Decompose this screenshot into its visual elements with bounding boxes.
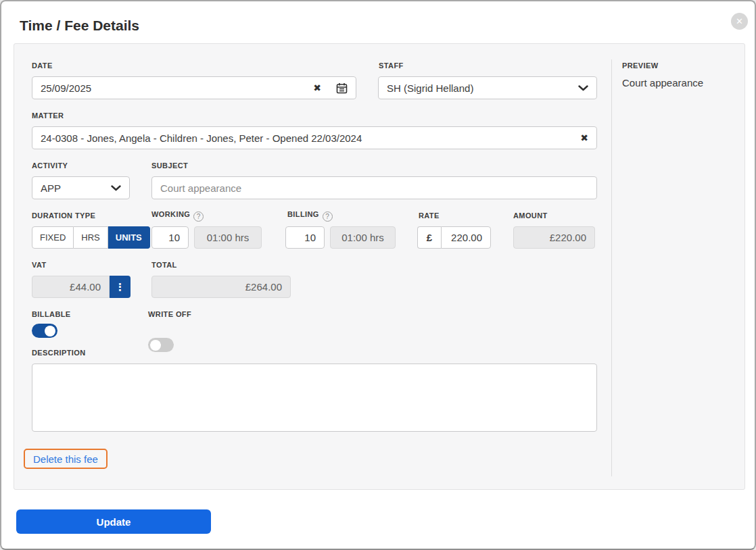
billing-units-value: 10	[304, 232, 316, 243]
chevron-down-icon	[578, 85, 588, 91]
calendar-icon[interactable]	[336, 82, 348, 94]
activity-value: APP	[41, 182, 111, 194]
working-time-readonly: 01:00 hrs	[194, 226, 262, 249]
vat-menu-button[interactable]: ⋮	[110, 276, 131, 298]
chevron-down-icon	[111, 185, 121, 191]
duration-option-fixed[interactable]: FIXED	[32, 226, 74, 249]
preview-text: Court appearance	[622, 77, 703, 89]
toggle-knob	[45, 326, 55, 336]
date-label: DATE	[32, 61, 53, 70]
date-value: 25/09/2025	[41, 82, 313, 94]
write-off-toggle[interactable]	[148, 338, 174, 352]
working-units-input[interactable]: 10	[151, 226, 189, 249]
duration-option-hrs[interactable]: HRS	[74, 226, 108, 249]
modal-title: Time / Fee Details	[20, 18, 139, 34]
help-icon[interactable]: ?	[193, 211, 204, 222]
update-button[interactable]: Update	[16, 509, 211, 534]
billing-label: BILLING?	[287, 210, 333, 222]
close-icon[interactable]: ✕	[731, 13, 748, 30]
help-icon[interactable]: ?	[323, 211, 333, 222]
vat-label: VAT	[32, 261, 47, 269]
subject-value: Court appearance	[160, 182, 588, 194]
staff-value: SH (Sigrid Helland)	[387, 82, 578, 94]
rate-input[interactable]: 220.00	[441, 226, 491, 249]
billing-units-input[interactable]: 10	[285, 226, 325, 249]
activity-label: ACTIVITY	[32, 161, 68, 170]
matter-value: 24-0308 - Jones, Angela - Children - Jon…	[41, 132, 580, 144]
description-textarea[interactable]	[32, 364, 597, 432]
rate-label: RATE	[419, 211, 440, 220]
staff-select[interactable]: SH (Sigrid Helland)	[378, 76, 597, 99]
amount-readonly: £220.00	[513, 226, 595, 249]
matter-clear-icon[interactable]: ✖	[580, 132, 588, 143]
currency-prefix: £	[417, 226, 441, 249]
matter-input[interactable]: 24-0308 - Jones, Angela - Children - Jon…	[32, 126, 597, 149]
write-off-label: WRITE OFF	[148, 310, 191, 318]
activity-select[interactable]: APP	[32, 176, 130, 199]
date-clear-icon[interactable]: ✖	[313, 82, 321, 93]
duration-type-segmented-control: FIXED HRS UNITS	[32, 226, 150, 249]
total-readonly: £264.00	[151, 276, 291, 298]
duration-type-label: DURATION TYPE	[32, 211, 95, 220]
toggle-knob	[150, 340, 161, 351]
amount-label: AMOUNT	[513, 211, 548, 220]
subject-input[interactable]: Court appearance	[151, 176, 597, 199]
total-label: TOTAL	[151, 261, 177, 269]
delete-fee-highlight-box: Delete this fee	[24, 449, 108, 469]
billable-toggle[interactable]	[32, 324, 57, 338]
billing-time-readonly: 01:00 hrs	[330, 226, 396, 249]
description-label: DESCRIPTION	[32, 349, 86, 357]
date-input[interactable]: 25/09/2025 ✖	[32, 76, 356, 99]
time-fee-details-modal: Time / Fee Details ✕ DATE 25/09/2025 ✖ S…	[0, 0, 756, 550]
preview-label: PREVIEW	[622, 61, 659, 70]
rate-value: 220.00	[451, 232, 482, 243]
duration-option-units[interactable]: UNITS	[108, 226, 150, 249]
matter-label: MATTER	[32, 111, 64, 120]
vat-readonly: £44.00	[32, 276, 110, 298]
vertical-dots-icon: ⋮	[115, 281, 125, 293]
billable-label: BILLABLE	[32, 310, 71, 318]
preview-divider	[611, 59, 612, 476]
staff-label: STAFF	[379, 61, 404, 70]
working-label: WORKING?	[151, 210, 204, 222]
delete-fee-link[interactable]: Delete this fee	[33, 453, 98, 465]
subject-label: SUBJECT	[151, 161, 188, 170]
working-units-value: 10	[168, 232, 180, 243]
